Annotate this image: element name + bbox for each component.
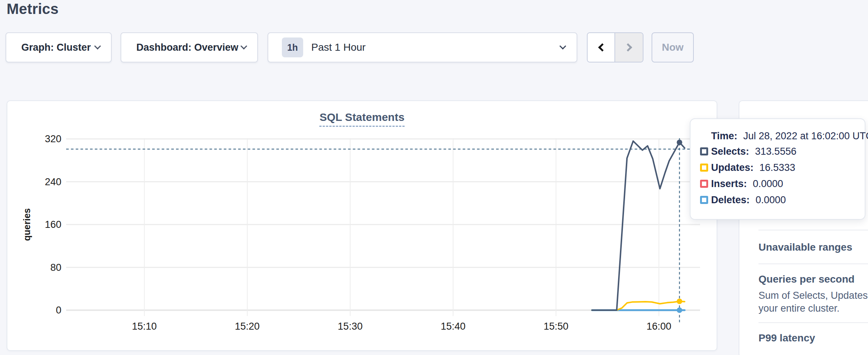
y-axis-tick-label: 240 xyxy=(45,176,61,187)
x-axis-tick-label: 15:30 xyxy=(338,321,363,332)
updates-legend-swatch xyxy=(700,164,708,172)
series-line-updates[interactable] xyxy=(592,301,685,310)
x-axis-tick-label: 15:10 xyxy=(132,321,157,332)
deletes-legend-swatch xyxy=(700,196,708,204)
tooltip-deletes-row: Deletes: 0.0000 xyxy=(700,192,865,208)
tooltip-row-label: Updates: xyxy=(711,162,754,173)
selects-legend-swatch xyxy=(700,147,708,155)
y-axis-label: queries xyxy=(22,208,32,241)
hover-dot-deletes xyxy=(677,308,682,313)
x-axis-tick-label: 15:40 xyxy=(441,321,466,332)
tooltip-row-label: Selects: xyxy=(711,146,749,157)
y-axis-tick-label: 0 xyxy=(56,305,61,316)
x-axis-tick-label: 16:00 xyxy=(646,321,671,332)
tooltip-row-value: 313.5556 xyxy=(755,146,797,157)
tooltip-row-label: Inserts: xyxy=(711,178,747,190)
tooltip-selects-row: Selects: 313.5556 xyxy=(700,143,865,159)
tooltip-row-label: Deletes: xyxy=(711,194,750,206)
x-axis-tick-label: 15:20 xyxy=(235,321,260,332)
y-axis-tick-label: 80 xyxy=(50,262,61,273)
chart-hover-tooltip: Time: Jul 28, 2022 at 16:02:00 UTC Selec… xyxy=(690,118,865,220)
metrics-page: { "page": { "title": "Metrics" }, "toolb… xyxy=(0,0,868,355)
hover-dot-updates xyxy=(677,298,682,304)
tooltip-time-label: Time: xyxy=(711,130,738,142)
tooltip-row-value: 16.5333 xyxy=(760,162,796,173)
series-line-selects[interactable] xyxy=(592,141,685,310)
tooltip-inserts-row: Inserts: 0.0000 xyxy=(700,176,865,192)
tooltip-updates-row: Updates: 16.5333 xyxy=(700,159,865,176)
tooltip-time-row: Time: Jul 28, 2022 at 16:02:00 UTC xyxy=(711,129,865,143)
hover-dot-selects xyxy=(677,140,682,145)
tooltip-time-value: Jul 28, 2022 at 16:02:00 UTC xyxy=(743,130,868,142)
tooltip-row-value: 0.0000 xyxy=(753,178,783,190)
y-axis-tick-label: 320 xyxy=(45,133,61,144)
y-axis-tick-label: 160 xyxy=(45,219,61,230)
x-axis-tick-label: 15:50 xyxy=(544,321,568,332)
inserts-legend-swatch xyxy=(700,180,708,188)
tooltip-row-value: 0.0000 xyxy=(756,194,786,206)
